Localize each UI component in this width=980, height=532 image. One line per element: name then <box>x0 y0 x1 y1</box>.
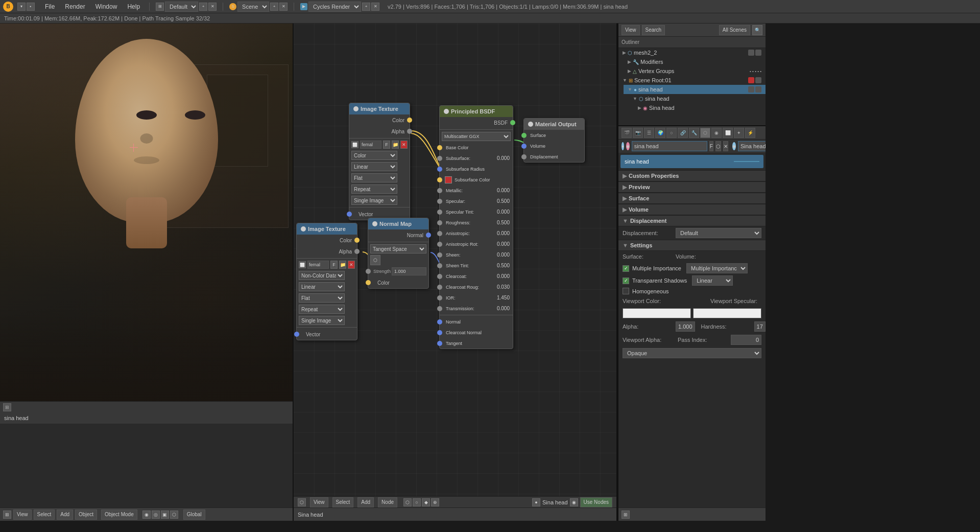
socket-base-color[interactable] <box>437 145 442 150</box>
outliner-item-sina-head-mesh[interactable]: ▼ ⬡ sina head <box>629 94 766 103</box>
section-displacement[interactable]: ▼ Displacement <box>618 215 766 226</box>
interpolation-select-1[interactable]: Linear <box>351 162 397 171</box>
socket-normal-in[interactable] <box>437 319 442 325</box>
socket-tangent[interactable] <box>437 341 442 346</box>
socket-surface-in[interactable] <box>521 133 527 138</box>
use-nodes-btn[interactable]: Use Nodes <box>580 497 612 507</box>
global-select[interactable]: Global <box>183 510 205 520</box>
socket-sheen[interactable] <box>437 252 442 258</box>
img-close[interactable]: ✕ <box>400 141 408 149</box>
all-scenes-btn[interactable]: All Scenes <box>719 25 750 35</box>
socket-bsdf-out[interactable] <box>510 120 515 125</box>
socket-color-out-1[interactable] <box>407 118 412 123</box>
socket-ior[interactable] <box>437 295 442 300</box>
node-editor-type[interactable]: ⬡ <box>298 498 306 506</box>
socket-volume-in[interactable] <box>521 144 527 149</box>
node-icon-4[interactable]: ⊕ <box>431 498 439 506</box>
node-add-btn[interactable]: Add <box>357 497 374 507</box>
projection-select-1[interactable]: Flat <box>351 173 397 182</box>
alpha-field[interactable]: 1.000 <box>676 321 695 332</box>
img-filename-2[interactable]: femal <box>307 261 329 269</box>
source-select-2[interactable]: Single Image <box>299 316 345 325</box>
socket-clearcoat[interactable] <box>437 274 442 279</box>
props-tab-data[interactable]: ⬡ <box>700 128 710 138</box>
node-principled-bsdf[interactable]: Principled BSDF BSDF Multiscatter GGX Ba… <box>439 105 513 349</box>
displacement-select[interactable]: Default <box>676 228 761 238</box>
props-tab-scene[interactable]: 🎬 <box>622 128 632 138</box>
socket-clearcoat-normal[interactable] <box>437 330 442 335</box>
node-image-texture-1[interactable]: Image Texture Color Alpha ⬜ femal F 📁 ✕ <box>349 103 410 220</box>
space-select[interactable]: Tangent Space <box>370 244 426 253</box>
layout-icon[interactable]: ⊞ <box>156 3 164 11</box>
socket-strength-in[interactable] <box>366 269 371 274</box>
lock-icon-1[interactable] <box>748 77 754 83</box>
section-surface[interactable]: ▶ Surface <box>618 193 766 204</box>
node-select-btn[interactable]: Select <box>332 497 354 507</box>
props-tab-render[interactable]: 📷 <box>633 128 643 138</box>
editor-type-icon[interactable]: ⊞ <box>3 403 11 411</box>
window-minimize[interactable]: ▾ <box>17 3 26 11</box>
section-volume[interactable]: ▶ Volume <box>618 204 766 215</box>
socket-alpha-out-2[interactable] <box>354 249 360 254</box>
props-tab-layers[interactable]: ☰ <box>644 128 654 138</box>
socket-metallic[interactable] <box>437 188 442 193</box>
section-custom-props[interactable]: ▶ Custom Properties <box>618 170 766 181</box>
scene-select[interactable]: Scene <box>237 2 269 12</box>
socket-anisotropic[interactable] <box>437 231 442 236</box>
menu-file[interactable]: File <box>42 2 58 11</box>
props-tab-modifiers[interactable]: 🔧 <box>689 128 699 138</box>
socket-nm-color-in[interactable] <box>366 280 371 285</box>
scene-remove[interactable]: ✕ <box>279 3 288 11</box>
socket-specular-tint[interactable] <box>437 210 442 215</box>
interpolation-select-2[interactable]: Linear <box>299 282 345 291</box>
socket-sheen-tint[interactable] <box>437 263 442 268</box>
viewport-render-icon[interactable]: ◎ <box>152 511 160 519</box>
socket-alpha-out-1[interactable] <box>407 129 412 134</box>
img-browser-2[interactable]: 📁 <box>339 261 346 269</box>
props-tab-object[interactable]: ○ <box>666 128 677 138</box>
node-icon-2[interactable]: ○ <box>413 498 421 506</box>
viewport-color-swatch[interactable] <box>623 308 691 318</box>
strength-field[interactable]: 1.000 <box>392 267 426 275</box>
props-tab-texture[interactable]: ⬜ <box>723 128 733 138</box>
img-close-2[interactable]: ✕ <box>348 261 355 269</box>
render-icon-1[interactable] <box>755 50 761 56</box>
viewport-specular-swatch[interactable] <box>693 308 761 318</box>
props-view-btn[interactable]: View <box>622 25 640 35</box>
viewport-mode2-icon[interactable]: ▣ <box>161 511 169 519</box>
outliner-item-sina-head[interactable]: ▼ ● sina head <box>624 85 766 94</box>
section-settings[interactable]: ▼ Settings <box>618 240 766 251</box>
subsurface-color-swatch[interactable] <box>445 176 452 183</box>
mat-link-btn[interactable]: ⬡ <box>715 141 721 151</box>
material-name-input[interactable] <box>632 141 707 151</box>
outliner-item-scene-root[interactable]: ▼ ⊞ Scene Root:01 <box>618 76 766 85</box>
socket-specular[interactable] <box>437 199 442 204</box>
scene-add[interactable]: + <box>270 3 278 11</box>
outliner-item-mesh2[interactable]: ▶ ⬡ mesh2_2 <box>618 48 766 57</box>
outliner-item-sina-head-mat[interactable]: ▶ ◉ Sina head <box>634 103 766 112</box>
transparent-shadows-select[interactable]: Linear <box>692 275 733 286</box>
mode-select[interactable]: Object Mode <box>101 510 137 520</box>
distribution-select[interactable]: Multiscatter GGX <box>442 132 511 141</box>
colorspace-select-2[interactable]: Non-Color Data <box>299 271 345 280</box>
section-preview[interactable]: ▶ Preview <box>618 181 766 193</box>
socket-clearcoat-roughness[interactable] <box>437 285 442 290</box>
props-tab-particles[interactable]: ✦ <box>734 128 744 138</box>
node-icon-3[interactable]: ◆ <box>422 498 430 506</box>
node-view-btn[interactable]: View <box>310 497 328 507</box>
object-btn[interactable]: Object <box>75 510 97 520</box>
pass-index-field[interactable]: 0 <box>731 335 761 345</box>
multiple-importance-vol-select[interactable]: Multiple Importance <box>686 263 748 273</box>
layout-remove[interactable]: ✕ <box>208 3 217 11</box>
projection-select-2[interactable]: Flat <box>299 293 345 303</box>
colorspace-select-1[interactable]: Color <box>351 151 397 160</box>
select-btn-left[interactable]: Select <box>34 510 55 520</box>
props-tab-material[interactable]: ◉ <box>711 128 722 138</box>
socket-displacement-in[interactable] <box>521 154 527 159</box>
img-browser[interactable]: 📁 <box>392 141 399 149</box>
outliner-item-modifiers[interactable]: ▶ 🔧 Modifiers <box>624 57 766 66</box>
search-icon[interactable]: 🔍 <box>752 25 762 35</box>
mat-f-btn[interactable]: F <box>709 141 713 151</box>
socket-subsurface-color[interactable] <box>437 177 442 182</box>
socket-subsurface-radius[interactable] <box>437 167 442 172</box>
